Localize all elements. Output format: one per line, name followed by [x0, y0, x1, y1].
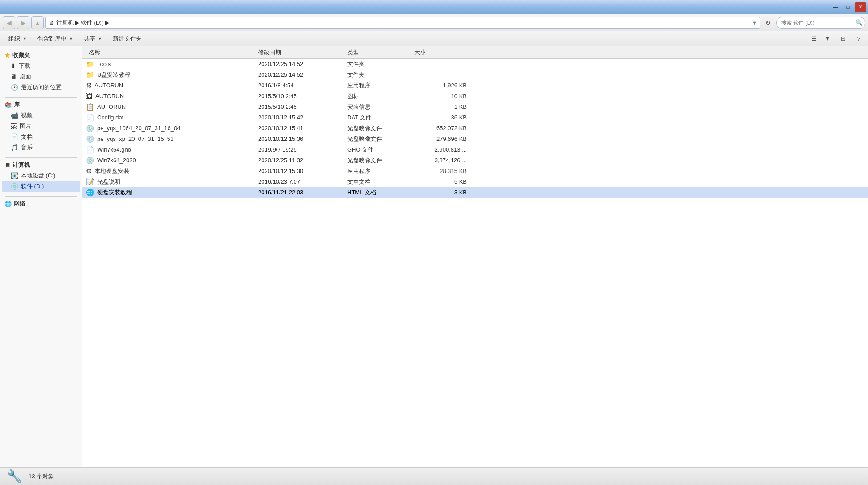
- sidebar-item-pictures[interactable]: 🖼 图片: [2, 121, 80, 132]
- d-drive-label: 软件 (D:): [21, 182, 44, 190]
- file-type-cell: 应用程序: [345, 82, 411, 90]
- file-date-cell: 2016/1/8 4:54: [255, 82, 345, 89]
- sidebar-item-documents[interactable]: 📄 文档: [2, 132, 80, 142]
- preview-pane-button[interactable]: ⊟: [837, 33, 849, 45]
- file-name: Tools: [97, 61, 111, 67]
- c-drive-label: 本地磁盘 (C:): [21, 172, 55, 180]
- sidebar-item-downloads[interactable]: ⬇ 下载: [2, 61, 80, 71]
- file-name-cell: ⚙ 本地硬盘安装: [86, 167, 255, 175]
- file-size-cell: 10 KB: [411, 93, 469, 99]
- column-header-date[interactable]: 修改日期: [255, 49, 345, 57]
- file-size-cell: 279,696 KB: [411, 136, 469, 142]
- new-folder-label: 新建文件夹: [113, 35, 142, 43]
- d-drive-icon: 💿: [11, 183, 18, 190]
- close-button[interactable]: ✕: [855, 2, 866, 12]
- file-name: Config.dat: [97, 114, 123, 121]
- up-button[interactable]: ▲: [31, 16, 44, 29]
- view-dropdown-button[interactable]: ▼: [822, 33, 833, 45]
- sidebar-item-d-drive[interactable]: 💿 软件 (D:): [2, 181, 80, 192]
- file-name-cell: 🌐 硬盘安装教程: [86, 189, 255, 197]
- file-type-cell: DAT 文件: [345, 114, 411, 122]
- table-row[interactable]: 💿 Win7x64_2020 2020/12/25 11:32 光盘映像文件 3…: [82, 155, 868, 166]
- back-button[interactable]: ◀: [3, 16, 15, 29]
- breadcrumb-drive[interactable]: 软件 (D:): [81, 19, 103, 27]
- video-icon: 📹: [11, 112, 18, 119]
- table-row[interactable]: 📁 Tools 2020/12/25 14:52 文件夹: [82, 59, 868, 70]
- column-header-name[interactable]: 名称: [86, 49, 255, 57]
- file-name-cell: 📁 Tools: [86, 60, 255, 68]
- sidebar-item-video[interactable]: 📹 视频: [2, 110, 80, 121]
- file-date-cell: 2019/9/7 19:25: [255, 146, 345, 153]
- table-row[interactable]: 📄 Config.dat 2020/10/12 15:42 DAT 文件 36 …: [82, 112, 868, 123]
- organize-button[interactable]: 组织 ▼: [4, 33, 32, 45]
- table-row[interactable]: 📄 Win7x64.gho 2019/9/7 19:25 GHO 文件 2,90…: [82, 144, 868, 155]
- file-size-cell: 1 KB: [411, 103, 469, 110]
- file-list: 📁 Tools 2020/12/25 14:52 文件夹 📁 U盘安装教程 20…: [82, 59, 868, 467]
- forward-button[interactable]: ▶: [17, 16, 29, 29]
- toolbar: 组织 ▼ 包含到库中 ▼ 共享 ▼ 新建文件夹 ☰ ▼ ⊟ ?: [0, 31, 868, 46]
- file-name-cell: ⚙ AUTORUN: [86, 82, 255, 90]
- file-name-cell: 📝 光盘说明: [86, 178, 255, 186]
- breadcrumb-dropdown[interactable]: ▼: [752, 20, 757, 25]
- column-header-type[interactable]: 类型: [345, 49, 411, 57]
- file-type-icon: 📁: [86, 71, 95, 79]
- new-folder-button[interactable]: 新建文件夹: [108, 33, 147, 45]
- sidebar-library-header[interactable]: 📚 库: [2, 99, 80, 110]
- sidebar-item-music[interactable]: 🎵 音乐: [2, 142, 80, 153]
- organize-arrow: ▼: [23, 37, 27, 41]
- file-date-cell: 2020/12/25 11:32: [255, 157, 345, 164]
- pictures-icon: 🖼: [11, 123, 17, 130]
- table-row[interactable]: 📋 AUTORUN 2015/5/10 2:45 安装信息 1 KB: [82, 102, 868, 112]
- file-name: 硬盘安装教程: [97, 189, 132, 197]
- sidebar-divider-3: [5, 196, 77, 197]
- file-type-cell: GHO 文件: [345, 146, 411, 154]
- file-name: AUTORUN: [97, 103, 126, 110]
- share-button[interactable]: 共享 ▼: [79, 33, 107, 45]
- minimize-button[interactable]: —: [830, 2, 841, 12]
- include-arrow: ▼: [69, 37, 73, 41]
- breadcrumb-computer[interactable]: 计算机: [56, 19, 74, 27]
- table-row[interactable]: 📁 U盘安装教程 2020/12/25 14:52 文件夹: [82, 70, 868, 80]
- sidebar-divider-2: [5, 157, 77, 158]
- toolbar-divider2: [851, 34, 851, 43]
- table-row[interactable]: 🌐 硬盘安装教程 2016/11/21 22:03 HTML 文档 3 KB: [82, 187, 868, 198]
- sidebar-section-library: 📚 库 📹 视频 🖼 图片 📄 文档 🎵 音乐: [2, 99, 80, 153]
- sidebar-item-desktop[interactable]: 🖥 桌面: [2, 71, 80, 82]
- refresh-button[interactable]: ↻: [762, 16, 774, 29]
- file-name: AUTORUN: [95, 82, 123, 89]
- table-row[interactable]: ⚙ AUTORUN 2016/1/8 4:54 应用程序 1,926 KB: [82, 80, 868, 91]
- table-row[interactable]: 💿 pe_yqs_xp_20_07_31_15_53 2020/10/12 15…: [82, 134, 868, 144]
- file-type-icon: 📄: [86, 146, 95, 154]
- table-row[interactable]: ⚙ 本地硬盘安装 2020/10/12 15:30 应用程序 28,315 KB: [82, 166, 868, 177]
- sidebar-item-c-drive[interactable]: 💽 本地磁盘 (C:): [2, 170, 80, 181]
- sidebar-item-recent[interactable]: 🕐 最近访问的位置: [2, 82, 80, 93]
- column-header-size[interactable]: 大小: [411, 49, 469, 57]
- help-button[interactable]: ?: [853, 33, 864, 45]
- sidebar-favorites-header[interactable]: ★ 收藏夹: [2, 50, 80, 61]
- video-label: 视频: [21, 111, 33, 119]
- file-date-cell: 2020/10/12 15:42: [255, 114, 345, 121]
- table-row[interactable]: 💿 pe_yqs_1064_20_07_31_16_04 2020/10/12 …: [82, 123, 868, 134]
- pictures-label: 图片: [20, 122, 31, 130]
- file-type-cell: 文本文档: [345, 178, 411, 186]
- file-type-cell: 光盘映像文件: [345, 124, 411, 132]
- sidebar-computer-header[interactable]: 🖥 计算机: [2, 160, 80, 170]
- library-label: 库: [14, 101, 20, 109]
- star-icon: ★: [4, 52, 10, 59]
- include-library-button[interactable]: 包含到库中 ▼: [33, 33, 78, 45]
- view-toggle-button[interactable]: ☰: [808, 33, 820, 45]
- file-size-cell: 3 KB: [411, 189, 469, 196]
- table-row[interactable]: 🖼 AUTORUN 2015/5/10 2:45 图标 10 KB: [82, 91, 868, 102]
- music-label: 音乐: [21, 144, 33, 152]
- sidebar-network-header[interactable]: 🌐 网络: [2, 198, 80, 209]
- file-name: 本地硬盘安装: [95, 167, 129, 175]
- title-bar: — □ ✕: [0, 0, 868, 14]
- file-date-cell: 2020/12/25 14:52: [255, 71, 345, 78]
- table-row[interactable]: 📝 光盘说明 2016/10/23 7:07 文本文档 5 KB: [82, 177, 868, 187]
- include-label: 包含到库中: [37, 35, 66, 43]
- toolbar-right: ☰ ▼ ⊟ ?: [808, 33, 864, 45]
- file-name-cell: 💿 pe_yqs_xp_20_07_31_15_53: [86, 135, 255, 143]
- maximize-button[interactable]: □: [842, 2, 854, 12]
- download-icon: ⬇: [11, 62, 16, 70]
- search-input[interactable]: [776, 17, 865, 29]
